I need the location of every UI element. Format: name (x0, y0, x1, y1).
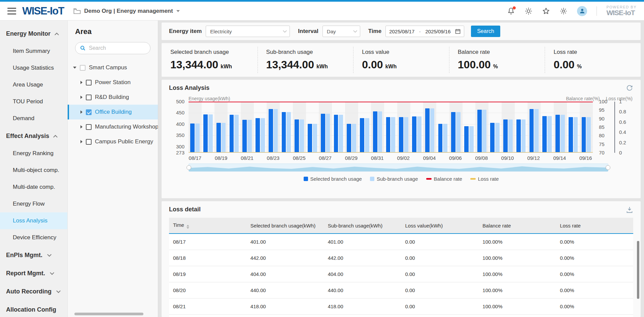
bar-selected-branch-usage[interactable] (516, 119, 521, 152)
caret-right-icon[interactable] (80, 140, 82, 143)
bar-sub-branch-usage[interactable] (561, 115, 565, 152)
bar-sub-branch-usage[interactable] (430, 108, 435, 152)
bar-selected-branch-usage[interactable] (373, 111, 377, 152)
brightness-icon[interactable] (524, 7, 533, 15)
bar-sub-branch-usage[interactable] (495, 123, 500, 152)
sidebar-item-energy-ranking[interactable]: Energy Ranking (0, 145, 67, 162)
bar-sub-branch-usage[interactable] (417, 116, 421, 152)
chart-plot[interactable] (189, 102, 593, 153)
table-scrollbar[interactable] (637, 241, 639, 299)
org-breadcrumb[interactable]: Demo Org | Energy management (73, 8, 180, 14)
bar-sub-branch-usage[interactable] (469, 126, 474, 152)
bar-selected-branch-usage[interactable] (438, 124, 443, 152)
bar-sub-branch-usage[interactable] (247, 120, 252, 152)
bar-sub-branch-usage[interactable] (326, 114, 330, 152)
table-row[interactable]: 08/22425.00425.000.00100.00%0.00% (169, 315, 633, 317)
bar-selected-branch-usage[interactable] (477, 110, 482, 152)
hamburger-icon[interactable] (7, 8, 16, 14)
bar-selected-branch-usage[interactable] (530, 109, 534, 152)
bar-sub-branch-usage[interactable] (352, 124, 356, 152)
sidebar-item-device-efficiency[interactable]: Device Efficiency (0, 229, 67, 246)
bar-sub-branch-usage[interactable] (313, 124, 317, 152)
date-range-picker[interactable]: 2025/08/17 - 2025/09/16 (385, 26, 464, 37)
legend-item-selected-branch-usage[interactable]: Selected branch usage (304, 176, 362, 182)
bar-sub-branch-usage[interactable] (378, 111, 382, 152)
tree-node-campus-public-energy[interactable]: Campus Public Energy (68, 134, 158, 149)
bar-selected-branch-usage[interactable] (230, 115, 234, 152)
bar-selected-branch-usage[interactable] (203, 114, 208, 152)
bar-sub-branch-usage[interactable] (456, 112, 461, 152)
search-input[interactable] (89, 45, 145, 51)
bar-selected-branch-usage[interactable] (360, 118, 364, 152)
download-icon[interactable] (626, 206, 633, 213)
bar-sub-branch-usage[interactable] (300, 119, 304, 152)
bar-sub-branch-usage[interactable] (261, 118, 265, 152)
bar-selected-branch-usage[interactable] (190, 124, 195, 152)
bar-selected-branch-usage[interactable] (425, 108, 430, 152)
table-row[interactable]: 08/19404.00404.000.00100.00%0.00% (169, 266, 633, 282)
bar-selected-branch-usage[interactable] (490, 123, 495, 152)
bar-selected-branch-usage[interactable] (542, 116, 547, 152)
checkbox[interactable] (86, 80, 92, 85)
sort-icon[interactable] (187, 225, 189, 229)
table-row[interactable]: 08/17401.00401.000.00100.00%0.00% (169, 234, 633, 250)
bar-selected-branch-usage[interactable] (569, 117, 573, 152)
checkbox[interactable] (86, 109, 92, 115)
bar-sub-branch-usage[interactable] (365, 118, 369, 152)
table-row[interactable]: 08/18442.00442.000.00100.00%0.00% (169, 250, 633, 266)
bar-sub-branch-usage[interactable] (234, 115, 239, 152)
sidebar-section-report-mgmt[interactable]: Report Mgmt. (0, 264, 67, 282)
legend-item-loss-rate[interactable]: Loss rate (470, 176, 499, 182)
bar-selected-branch-usage[interactable] (386, 117, 391, 152)
search-button[interactable]: Search (471, 26, 500, 37)
legend-item-sub-branch-usage[interactable]: Sub-branch usage (370, 176, 418, 182)
checkbox[interactable] (86, 95, 92, 100)
bar-sub-branch-usage[interactable] (482, 110, 486, 152)
sidebar-section-auto-recording[interactable]: Auto Recording (0, 282, 67, 301)
caret-right-icon[interactable] (80, 125, 82, 129)
bar-sub-branch-usage[interactable] (443, 124, 447, 152)
bar-selected-branch-usage[interactable] (464, 126, 469, 152)
caret-right-icon[interactable] (80, 110, 82, 114)
bar-selected-branch-usage[interactable] (308, 124, 312, 152)
sidebar-item-tou-period[interactable]: TOU Period (0, 93, 67, 110)
bell-icon[interactable] (507, 7, 515, 15)
tree-node-smart-campus[interactable]: Smart Campus (68, 60, 158, 75)
bar-sub-branch-usage[interactable] (521, 119, 526, 152)
sidebar-item-loss-analysis[interactable]: Loss Analysis (0, 212, 67, 229)
legend-item-balance-rate[interactable]: Balance rate (426, 176, 462, 182)
bar-selected-branch-usage[interactable] (269, 109, 273, 152)
caret-right-icon[interactable] (80, 81, 82, 84)
column-header-time[interactable]: Time (169, 218, 246, 234)
checkbox[interactable] (80, 65, 86, 71)
bar-selected-branch-usage[interactable] (399, 117, 403, 152)
checkbox[interactable] (86, 139, 92, 145)
bar-selected-branch-usage[interactable] (412, 116, 416, 152)
slider-handle-left[interactable] (187, 165, 191, 170)
bar-sub-branch-usage[interactable] (586, 117, 591, 152)
bar-sub-branch-usage[interactable] (286, 112, 291, 152)
bar-sub-branch-usage[interactable] (208, 114, 213, 152)
star-icon[interactable] (542, 7, 550, 15)
bar-sub-branch-usage[interactable] (547, 116, 552, 152)
tree-node-office-building[interactable]: Office Building (68, 105, 158, 119)
bar-selected-branch-usage[interactable] (334, 115, 338, 152)
sidebar-section-energy-monitor[interactable]: Energy Monitor (0, 25, 67, 43)
gear-icon[interactable] (560, 7, 568, 15)
bar-selected-branch-usage[interactable] (503, 119, 508, 152)
interval-select[interactable]: Day (323, 26, 360, 37)
bar-selected-branch-usage[interactable] (282, 112, 286, 152)
avatar[interactable] (577, 6, 587, 16)
bar-sub-branch-usage[interactable] (339, 115, 343, 152)
sidebar-item-demand[interactable]: Demand (0, 110, 67, 127)
sidebar-item-usage-statistics[interactable]: Usage Statistics (0, 60, 67, 76)
bar-selected-branch-usage[interactable] (347, 124, 351, 152)
bar-sub-branch-usage[interactable] (391, 117, 395, 152)
bar-selected-branch-usage[interactable] (242, 120, 247, 152)
bar-sub-branch-usage[interactable] (574, 117, 578, 152)
checkbox[interactable] (86, 124, 92, 130)
sidebar-section-enpls-mgmt[interactable]: EnPls Mgmt. (0, 246, 67, 264)
sidebar-item-area-usage[interactable]: Area Usage (0, 76, 67, 93)
table-row[interactable]: 08/20440.00440.000.00100.00%0.00% (169, 282, 633, 298)
sidebar-item-multi-date-comp[interactable]: Multi-date comp. (0, 179, 67, 196)
